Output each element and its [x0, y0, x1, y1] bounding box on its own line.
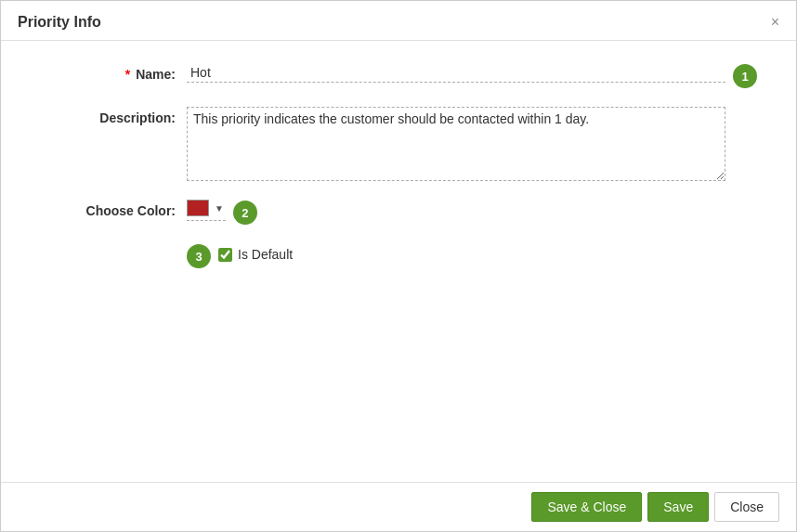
color-label: Choose Color: — [38, 200, 187, 218]
description-label: Description: — [38, 107, 187, 125]
close-x-button[interactable]: × — [771, 15, 779, 30]
description-row: Description: This priority indicates the… — [38, 107, 759, 181]
badge-3: 3 — [187, 244, 211, 268]
dialog-header: Priority Info × — [1, 1, 796, 41]
name-input[interactable] — [187, 63, 725, 83]
save-button[interactable]: Save — [647, 492, 709, 522]
is-default-container: Is Default — [218, 243, 293, 262]
dialog-body: * Name: 1 Description: This priority ind… — [1, 41, 796, 482]
is-default-row: 3 Is Default — [38, 243, 759, 268]
is-default-label: Is Default — [238, 247, 293, 262]
color-dropdown-button[interactable]: ▼ — [213, 203, 226, 214]
priority-info-dialog: Priority Info × * Name: 1 Description: T… — [0, 0, 797, 532]
color-picker-row: ▼ — [187, 200, 226, 216]
color-swatch[interactable] — [187, 200, 209, 216]
badge-2: 2 — [233, 201, 257, 225]
color-row: Choose Color: ▼ 2 — [38, 200, 759, 225]
save-close-button[interactable]: Save & Close — [531, 492, 642, 522]
color-picker-container: ▼ — [187, 200, 226, 221]
badge-1: 1 — [733, 64, 757, 88]
description-textarea[interactable]: This priority indicates the customer sho… — [187, 107, 725, 181]
dialog-title: Priority Info — [18, 14, 101, 31]
name-row: * Name: 1 — [38, 63, 759, 88]
name-label: * Name: — [38, 63, 187, 82]
is-default-checkbox[interactable] — [218, 248, 232, 262]
close-button[interactable]: Close — [714, 492, 779, 522]
required-star: * — [125, 67, 130, 82]
dialog-footer: Save & Close Save Close — [1, 482, 796, 531]
